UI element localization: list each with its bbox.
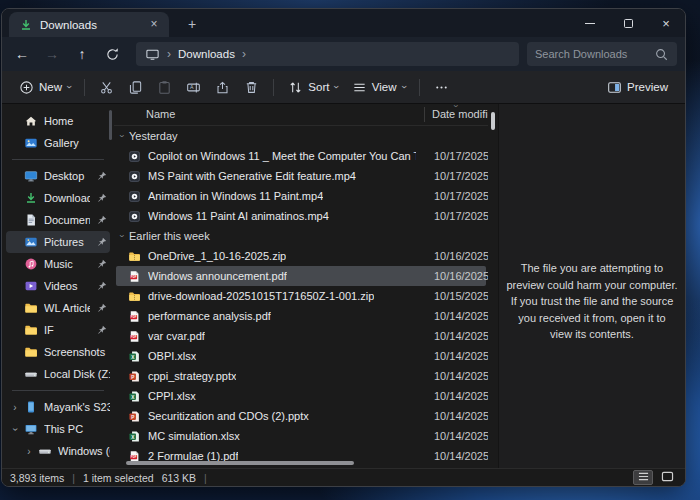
close-button[interactable]: ×	[647, 9, 685, 37]
file-row-cppi-xlsx[interactable]: X CPPI.xlsx 10/14/2025 8:38	[116, 386, 486, 406]
sidebar-item-windows-c[interactable]: › Windows (C:)	[6, 440, 110, 462]
minimize-button[interactable]	[571, 9, 609, 37]
file-row-animation-in-windows-11-paint-mp4[interactable]: Animation in Windows 11 Paint.mp4 10/17/…	[116, 186, 486, 206]
vertical-scrollbar[interactable]	[491, 112, 495, 130]
window-controls: ×	[571, 9, 685, 37]
group-collapse-icon[interactable]: ›	[117, 235, 127, 238]
file-name: drive-download-20251015T171650Z-1-001.zi…	[148, 290, 374, 302]
sidebar-item-home[interactable]: Home	[6, 110, 110, 132]
view-button[interactable]: View ›	[345, 74, 412, 100]
group-header-yesterday[interactable]: › Yesterday	[114, 126, 488, 146]
tab-downloads[interactable]: Downloads ×	[9, 12, 169, 37]
new-button-label: New	[39, 81, 62, 93]
file-row-obpi-xlsx[interactable]: X OBPI.xlsx 10/14/2025 8:38	[116, 346, 486, 366]
items-count: 3,893 items	[10, 472, 64, 484]
search-input[interactable]	[535, 48, 654, 60]
sidebar-item-desktop[interactable]: Desktop	[6, 165, 110, 187]
paste-button[interactable]	[150, 74, 179, 100]
sidebar-item-label: WL Articles	[44, 302, 90, 314]
downloads-icon	[19, 18, 33, 32]
group-header-earlier-this-week[interactable]: › Earlier this week	[114, 226, 488, 246]
breadcrumb-downloads[interactable]: Downloads	[178, 48, 235, 60]
file-row-mc-simulation-xlsx[interactable]: X MC simulation.xlsx 10/14/2025 8:37	[116, 426, 486, 446]
sidebar-item-label: Home	[44, 115, 110, 127]
sidebar-item-label: Downloads	[44, 192, 90, 204]
file-row-ms-paint-with-generative-edit-feature-mp4[interactable]: MS Paint with Generative Edit feature.mp…	[116, 166, 486, 186]
sidebar-item-downloads[interactable]: Downloads	[6, 187, 110, 209]
file-name: Windows announcement.pdf	[148, 270, 287, 282]
sidebar-item-documents[interactable]: Documents	[6, 209, 110, 231]
video-file-icon	[128, 190, 141, 203]
folder-icon	[24, 301, 38, 315]
file-date-modified: 10/17/2025 4:20	[434, 190, 488, 202]
file-row-copilot-on-windows-11-meet-the-computer-you-can-talk-to-mp4[interactable]: Copilot on Windows 11 _ Meet the Compute…	[116, 146, 486, 166]
sidebar-item-screenshots[interactable]: Screenshots	[6, 341, 110, 363]
file-row-windows-announcement-pdf[interactable]: PDF Windows announcement.pdf 10/16/2025 …	[116, 266, 486, 286]
file-row-windows-11-paint-ai-animatinos-mp4[interactable]: Windows 11 Paint AI animatinos.mp4 10/17…	[116, 206, 486, 226]
sidebar-item-wl-articles[interactable]: WL Articles	[6, 297, 110, 319]
file-row-cppi-strategy-pptx[interactable]: P cppi_strategy.pptx 10/14/2025 8:38	[116, 366, 486, 386]
copy-button[interactable]	[121, 74, 150, 100]
details-view-button[interactable]	[633, 470, 653, 485]
column-header-name[interactable]: Name	[146, 108, 175, 120]
home-icon	[24, 114, 38, 128]
refresh-button[interactable]	[98, 41, 126, 67]
address-bar[interactable]: › Downloads ›	[136, 42, 519, 66]
new-button[interactable]: New ›	[12, 74, 77, 100]
delete-button[interactable]	[237, 74, 266, 100]
file-row-securitization-and-cdos-2-pptx[interactable]: P Securitization and CDOs (2).pptx 10/14…	[116, 406, 486, 426]
thumbnail-view-button[interactable]	[657, 470, 677, 485]
column-divider[interactable]	[424, 107, 425, 122]
sidebar-scrollbar[interactable]	[109, 110, 112, 140]
excel-file-icon: X	[128, 390, 141, 403]
file-row-onedrive-1-10-16-2025-zip[interactable]: OneDrive_1_10-16-2025.zip 10/16/2025 6:2…	[116, 246, 486, 266]
file-name: Animation in Windows 11 Paint.mp4	[148, 190, 323, 202]
horizontal-scrollbar[interactable]	[126, 461, 354, 465]
sidebar-item-videos[interactable]: Videos	[6, 275, 110, 297]
group-collapse-icon[interactable]: ›	[117, 135, 127, 138]
file-name: OneDrive_1_10-16-2025.zip	[148, 250, 286, 262]
video-file-icon	[128, 210, 141, 223]
sidebar-item-mayank-s-s23[interactable]: › Mayank's S23	[6, 396, 110, 418]
file-date-modified: 10/14/2025 8:37	[434, 450, 488, 462]
sidebar-item-pictures[interactable]: Pictures	[6, 231, 110, 253]
sidebar-item-this-pc[interactable]: › This PC	[6, 418, 110, 440]
svg-text:A: A	[190, 84, 194, 90]
back-button[interactable]: ←	[8, 41, 36, 67]
file-list-area: Name Date modified › › Yesterday Copilot…	[114, 104, 498, 468]
video-file-icon	[128, 150, 141, 163]
maximize-button[interactable]	[609, 9, 647, 37]
expander-chevron-icon[interactable]: ›	[10, 402, 20, 413]
downloads-icon	[24, 191, 38, 205]
expander-chevron-icon[interactable]: ›	[24, 446, 34, 457]
pictures-icon	[24, 235, 38, 249]
forward-button[interactable]: →	[38, 41, 66, 67]
pin-icon	[96, 280, 108, 292]
rename-button[interactable]: A	[179, 74, 208, 100]
sidebar-item-music[interactable]: Music	[6, 253, 110, 275]
view-icon	[352, 80, 367, 95]
expander-chevron-icon[interactable]: ›	[10, 424, 21, 434]
column-header-date-modified[interactable]: Date modified	[432, 108, 488, 120]
sidebar-item-gallery[interactable]: Gallery	[6, 132, 110, 154]
file-row-drive-download-20251015t171650z-1-001-zip[interactable]: drive-download-20251015T171650Z-1-001.zi…	[116, 286, 486, 306]
new-tab-button[interactable]: +	[183, 16, 201, 32]
up-button[interactable]: ↑	[68, 41, 96, 67]
preview-pane: The file you are attempting to preview c…	[498, 104, 685, 468]
sidebar-item-if[interactable]: IF	[6, 319, 110, 341]
pin-icon	[96, 236, 108, 248]
file-list: Name Date modified › › Yesterday Copilot…	[114, 104, 488, 468]
sort-button[interactable]: Sort ›	[281, 74, 344, 100]
close-tab-icon[interactable]: ×	[146, 17, 162, 33]
close-icon: ×	[662, 17, 670, 30]
more-options-button[interactable]	[427, 74, 456, 100]
group-label: Yesterday	[129, 130, 178, 142]
more-icon	[434, 80, 449, 95]
ppt-file-icon: P	[128, 410, 141, 423]
file-row-performance-analysis-pdf[interactable]: PDF performance analysis.pdf 10/14/2025 …	[116, 306, 486, 326]
file-row-var-cvar-pdf[interactable]: PDF var cvar.pdf 10/14/2025 8:38	[116, 326, 486, 346]
share-button[interactable]	[208, 74, 237, 100]
preview-toggle-button[interactable]: Preview	[600, 74, 675, 100]
sidebar-item-local-disk-z[interactable]: Local Disk (Z:)	[6, 363, 110, 385]
cut-button[interactable]	[92, 74, 121, 100]
